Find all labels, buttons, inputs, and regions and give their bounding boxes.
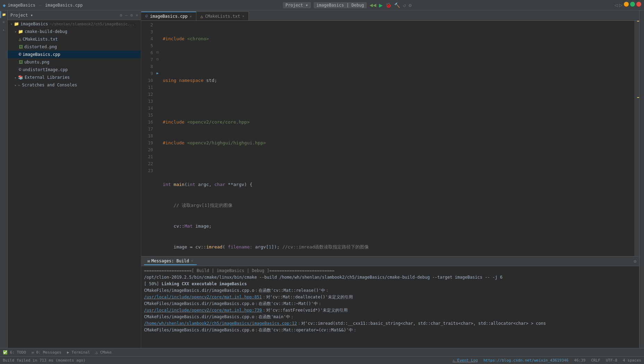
error-indicator-top <box>637 21 639 22</box>
imagebasics-icon: © <box>19 52 21 57</box>
build-link-1[interactable]: /usr/local/include/opencv2/core/mat.inl.… <box>144 295 262 299</box>
fold-6[interactable]: ⊟ <box>155 49 160 56</box>
build-output-line-5[interactable]: /usr/local/include/opencv2/core/mat.inl.… <box>144 294 636 300</box>
tree-item-external-libs[interactable]: ▸ 📚 External Libraries <box>8 74 141 81</box>
project-close-icon[interactable]: × <box>136 13 138 18</box>
tree-label-ubuntu: ubuntu.png <box>24 60 49 65</box>
tree-label-scratches: Scratches and Consoles <box>22 83 77 87</box>
debug-button[interactable]: 🐞 <box>385 2 391 8</box>
build-line-8-text: CMakeFiles/imageBasics.dir/imageBasics.c… <box>144 314 294 319</box>
title-bar-left: ◆ imageBasics – imageBasics.cpp <box>3 2 83 8</box>
nav-back[interactable]: ◁ <box>615 2 618 8</box>
fold-7[interactable]: ⊟ <box>155 56 160 62</box>
window-minimize[interactable] <box>624 2 629 7</box>
build-output-line-7[interactable]: /usr/local/include/opencv2/core/mat.inl.… <box>144 307 636 314</box>
bottom-panel-right: ⚙ <box>634 259 636 264</box>
fold-9[interactable]: ▶ <box>155 69 160 76</box>
indent[interactable]: 4 spaces <box>623 358 641 363</box>
tree-item-scratches[interactable]: ▸ ✏ Scratches and Consoles <box>8 81 141 89</box>
build-line-1-text: ===================[ Build | imageBasics… <box>144 268 334 273</box>
project-config-icon[interactable]: ⚙ <box>130 13 133 18</box>
status-bar: Build failed in 713 ms (moments ago) ⚠ E… <box>0 356 644 364</box>
build-line-5-suffix: ：对'cv::Mat::deallocate()'未定义的引用 <box>262 295 353 299</box>
sidebar-icon-project[interactable]: 📁 <box>0 11 7 18</box>
build-output-line-9[interactable]: /home/wh/shenlan/slambook2/ch5/imageBasi… <box>144 320 636 327</box>
build-output-line-2: /opt/clion-2019.2.5/bin/cmake/linux/bin/… <box>144 274 636 281</box>
encoding[interactable]: UTF-8 <box>606 358 617 363</box>
tree-item-imagebasics[interactable]: © imageBasics.cpp <box>8 51 141 58</box>
blog-link[interactable]: https://blog.csdn.net/weixin_43619346 <box>483 358 568 363</box>
code-editor[interactable]: 2 3 4 5 6 7 8 9 10 11 12 13 14 15 16 17 <box>141 21 639 256</box>
title-center: Project ▾ imageBasics | Debug ◀◀ ▶ 🐞 🔨 ↺… <box>83 1 612 9</box>
build-line-2-text: /opt/clion-2019.2.5/bin/cmake/linux/bin/… <box>144 275 502 280</box>
tab-imagebasics-label: imageBasics.cpp <box>150 14 187 19</box>
build-line-9-suffix: ：对'cv::imread(std::__cxx11::basic_string… <box>297 321 546 326</box>
ubuntu-icon: 🖼 <box>19 60 23 65</box>
line-numbers: 2 3 4 5 6 7 8 9 10 11 12 13 14 15 16 17 <box>141 21 155 256</box>
tree-item-undistort[interactable]: © undistortImage.cpp <box>8 66 141 74</box>
cmake-build-folder-icon: 📁 <box>18 29 23 34</box>
line-ending[interactable]: CRLF <box>591 358 600 363</box>
tree-label-root: imageBasics <box>20 22 48 26</box>
build-link-3[interactable]: /home/wh/shenlan/slambook2/ch5/imageBasi… <box>144 321 297 326</box>
event-log-link[interactable]: ⚠ Event Log <box>452 358 478 363</box>
messages-count[interactable]: ✉ 0: Messages <box>32 350 61 355</box>
tree-path: ~/shenlan/slambook2/ch5/imageBasic... <box>50 22 135 26</box>
search-button[interactable]: ⚙ <box>409 2 412 8</box>
sidebar-icon-favorites[interactable]: ★ <box>0 26 7 33</box>
editor-area: © imageBasics.cpp × △ CMakeLists.txt × 2… <box>141 10 639 348</box>
project-collapse-icon[interactable]: – <box>125 13 127 18</box>
terminal-button[interactable]: ▶ Terminal <box>67 350 90 355</box>
tree-item-cmakelists[interactable]: △ CMakeLists.txt <box>8 35 141 43</box>
todo-count[interactable]: ✅ 6: TODO <box>3 350 26 355</box>
scratches-icon: ✏ <box>18 83 20 87</box>
bottom-tab-build[interactable]: ✉ Messages: Build × <box>144 257 197 265</box>
error-indicator-mid <box>637 97 639 98</box>
project-button[interactable]: Project ▾ <box>283 2 311 8</box>
build-line-3-bold: Linking CXX executable imageBasics <box>162 281 247 286</box>
fold-indicators: ⊟ ⊟ ▶ <box>155 21 160 256</box>
reload-button[interactable]: ↺ <box>403 2 406 8</box>
status-bar-left: Build failed in 713 ms (moments ago) <box>3 358 452 363</box>
ext-libs-icon: 📚 <box>18 75 23 80</box>
undistort-icon: © <box>19 67 21 72</box>
tab-imagebasics-close[interactable]: × <box>190 15 192 18</box>
tree-item-cmake-build[interactable]: ▾ 📁 cmake-build-debug <box>8 28 141 35</box>
editor-right-gutter <box>634 21 639 256</box>
project-panel: Project ▾ ⚙ – ⚙ × ▾ 📁 imageBasics ~/shen… <box>8 10 141 348</box>
bottom-settings-icon[interactable]: ⚙ <box>634 259 636 264</box>
tree-item-ubuntu[interactable]: 🖼 ubuntu.png <box>8 58 141 66</box>
nav-fwd[interactable]: ▷ <box>619 2 622 8</box>
build-tab-close[interactable]: × <box>191 259 193 263</box>
tab-cmakelists-close[interactable]: × <box>242 14 244 18</box>
sidebar-icon-structure[interactable]: ≡ <box>0 19 7 26</box>
main-right-scrollbar[interactable] <box>639 10 644 348</box>
tree-item-distorted[interactable]: 🖼 distorted.png <box>8 43 141 51</box>
nav-back-icon[interactable]: ◀◀ <box>370 2 376 8</box>
tree-item-root[interactable]: ▾ 📁 imageBasics ~/shenlan/slambook2/ch5/… <box>8 20 141 28</box>
tree-label-ext-libs: External Libraries <box>25 75 70 80</box>
tab-imagebasics[interactable]: © imageBasics.cpp × <box>141 11 196 20</box>
project-header-title[interactable]: Project ▾ <box>10 13 117 18</box>
build-button[interactable]: 🔨 <box>394 2 400 8</box>
build-link-2[interactable]: /usr/local/include/opencv2/core/mat.inl.… <box>144 308 262 313</box>
window-maximize[interactable] <box>630 2 635 7</box>
window-controls: ◁ ▷ <box>615 2 641 8</box>
cmake-button[interactable]: △ CMake <box>95 350 111 355</box>
tab-cmakelists[interactable]: △ CMakeLists.txt × <box>196 11 249 20</box>
cmakelists-icon: △ <box>19 37 21 42</box>
tree-label-cmake-build: cmake-build-debug <box>25 29 67 34</box>
cmake-build-arrow: ▾ <box>15 30 17 34</box>
file-separator: – <box>39 2 42 8</box>
window-close[interactable] <box>636 2 641 7</box>
title-bar: ◆ imageBasics – imageBasics.cpp Project … <box>0 0 644 10</box>
debug-config-button[interactable]: imageBasics | Debug <box>314 2 367 8</box>
project-settings-icon[interactable]: ⚙ <box>120 13 122 18</box>
app-name: imageBasics <box>8 3 35 8</box>
app-icon: ◆ <box>3 2 6 8</box>
code-content[interactable]: #include <chrono> using namespace std; #… <box>160 21 634 256</box>
run-button[interactable]: ▶ <box>379 1 383 9</box>
build-output-line-8: CMakeFiles/imageBasics.dir/imageBasics.c… <box>144 314 636 320</box>
build-output: ===================[ Build | imageBasics… <box>141 266 639 348</box>
build-output-line-3: [ 50%] Linking CXX executable imageBasic… <box>144 281 636 287</box>
